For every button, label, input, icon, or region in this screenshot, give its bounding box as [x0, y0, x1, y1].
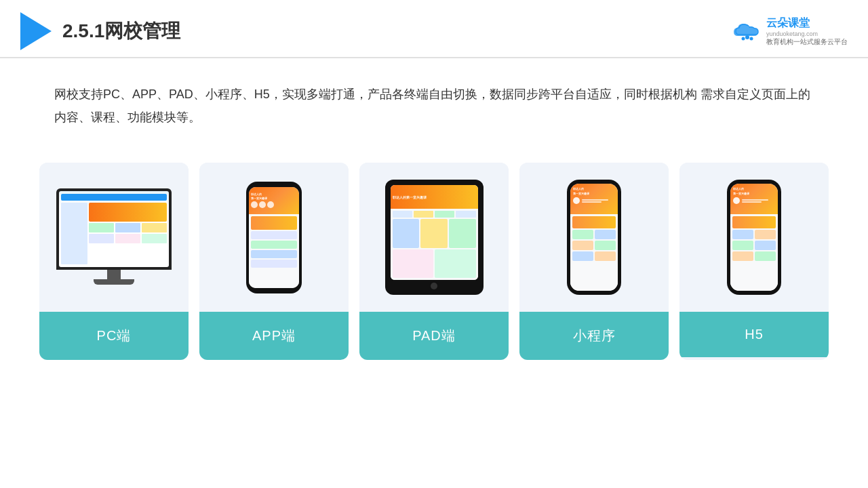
svg-point-2 — [750, 37, 753, 41]
brand-text: 云朵课堂 yunduoketang.com 教育机构一站式服务云平台 — [766, 16, 848, 46]
card-miniprogram-image: 职达人的第一堂兴趣课 — [519, 163, 669, 312]
cloud-icon — [732, 21, 762, 41]
card-h5-label: H5 — [679, 312, 829, 357]
card-miniprogram: 职达人的第一堂兴趣课 — [519, 163, 669, 360]
header: 2.5.1网校管理 云朵课堂 yunduoketang.com 教育机构一站式服… — [0, 0, 868, 58]
card-pad-image: 职达人的第一堂兴趣课 — [359, 163, 509, 312]
svg-point-1 — [742, 37, 745, 41]
description-text: 网校支持PC、APP、PAD、小程序、H5，实现多端打通，产品各终端自由切换，数… — [0, 58, 868, 142]
phone-mockup-icon: 职达人的第一堂兴趣课 — [246, 182, 302, 293]
card-pad: 职达人的第一堂兴趣课 — [359, 163, 509, 360]
card-pc: PC端 — [39, 163, 189, 360]
card-app-image: 职达人的第一堂兴趣课 — [199, 163, 349, 312]
tablet-mockup-icon: 职达人的第一堂兴趣课 — [385, 180, 484, 295]
slim-phone-h5-icon: 职达人的第一堂兴趣课 — [727, 180, 781, 295]
brand-subtitle: 教育机构一站式服务云平台 — [766, 37, 848, 46]
header-left: 2.5.1网校管理 — [20, 12, 180, 50]
page-title: 2.5.1网校管理 — [62, 18, 180, 44]
brand-name: 云朵课堂 — [766, 16, 810, 30]
svg-point-0 — [745, 35, 749, 39]
brand-url: yunduoketang.com — [766, 30, 818, 37]
card-pad-label: PAD端 — [359, 312, 509, 360]
card-app-label: APP端 — [199, 312, 349, 360]
header-right: 云朵课堂 yunduoketang.com 教育机构一站式服务云平台 — [732, 16, 848, 46]
card-pc-image — [39, 163, 189, 312]
slim-phone-icon: 职达人的第一堂兴趣课 — [567, 180, 621, 295]
card-app: 职达人的第一堂兴趣课 — [199, 163, 349, 360]
brand-logo: 云朵课堂 yunduoketang.com 教育机构一站式服务云平台 — [732, 16, 848, 46]
card-h5: 职达人的第一堂兴趣课 — [679, 163, 829, 360]
pc-monitor-icon — [56, 188, 172, 287]
card-miniprogram-label: 小程序 — [519, 312, 669, 360]
cards-container: PC端 职达人的第一堂兴趣课 — [0, 149, 868, 380]
logo-triangle-icon — [20, 12, 52, 50]
card-pc-label: PC端 — [39, 312, 189, 360]
card-h5-image: 职达人的第一堂兴趣课 — [679, 163, 829, 312]
